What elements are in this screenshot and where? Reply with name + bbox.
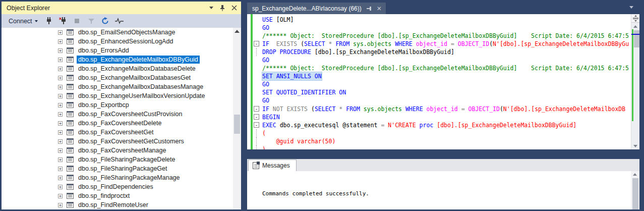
expand-plus-icon[interactable]: + (58, 85, 63, 89)
tree-item[interactable]: +dbo.sp_FileSharingPackageGet (2, 164, 241, 173)
expand-plus-icon[interactable]: + (58, 167, 63, 171)
stored-procedure-icon (67, 166, 74, 172)
stored-procedure-icon (67, 138, 74, 144)
connect-plug-icon[interactable] (44, 17, 54, 26)
tree-scrollbar[interactable] (233, 28, 241, 209)
splitter-handle-icon[interactable] (631, 14, 639, 23)
tree-item[interactable]: +dbo.sp_ExchangeMailboxDatabasesManage (2, 82, 241, 91)
object-explorer-toolbar: Connect (2, 14, 241, 28)
pin-icon[interactable] (219, 5, 225, 11)
expand-plus-icon[interactable]: + (58, 39, 63, 44)
tree-item[interactable]: +dbo.sp_ExchangeUserMailboxVersionUpdate (2, 91, 241, 100)
scroll-up-icon[interactable] (633, 25, 637, 28)
expand-plus-icon[interactable]: + (58, 30, 63, 35)
connect-button[interactable]: Connect (7, 17, 40, 26)
code-line: GO (253, 80, 631, 88)
scrollbar-thumb[interactable] (234, 115, 240, 134)
expand-plus-icon[interactable]: + (58, 203, 63, 207)
code-line: GO (253, 96, 631, 104)
object-explorer-titlebar[interactable]: Object Explorer (2, 2, 241, 14)
messages-scrollbar[interactable] (631, 171, 639, 209)
expand-plus-icon[interactable]: + (58, 176, 63, 180)
code-line: GO (253, 56, 631, 64)
tree-item[interactable]: +dbo.sp_FileSharingPackageManage (2, 173, 241, 182)
expand-plus-icon[interactable]: + (58, 58, 63, 62)
results-tabstrip: Messages (247, 159, 639, 171)
connect-label: Connect (9, 18, 32, 25)
collapse-icon[interactable]: - (253, 113, 262, 121)
tree-item[interactable]: +dbo.sp_ErrorsAdd (2, 46, 241, 55)
expand-plus-icon[interactable]: + (58, 121, 63, 126)
change-map-green (632, 29, 633, 121)
tree-item[interactable]: +dbo.sp_EnhancedSessionLogAdd (2, 37, 241, 46)
expand-plus-icon[interactable]: + (58, 130, 63, 135)
code-line: -IF NOT EXISTS (SELECT * FROM sys.object… (253, 105, 631, 113)
tab-list-dropdown-icon[interactable] (629, 6, 633, 9)
tree-item[interactable]: +dbo.sp_FaxCoversheetDelete (2, 119, 241, 128)
tree-item[interactable]: +dbo.sp_Exportbcp (2, 100, 241, 110)
collapse-icon[interactable]: - (253, 121, 262, 129)
expand-plus-icon[interactable]: + (58, 139, 63, 144)
object-explorer-panel: Object Explorer Connect (2, 2, 241, 209)
close-icon[interactable] (231, 5, 237, 11)
editor-vertical-scrollbar[interactable] (631, 14, 639, 149)
code-line: -IF EXISTS (SELECT * FROM sys.objects WH… (253, 40, 631, 48)
document-tab[interactable]: sp_ExchangeDelete...AB\rlaconsay (66)) ✕ (247, 3, 386, 14)
caret-position-marker (631, 34, 639, 35)
scroll-up-icon[interactable] (633, 173, 637, 176)
object-tree[interactable]: +dbo.sp_EmailSendObjectsManage+dbo.sp_En… (2, 28, 241, 209)
tree-item-label: dbo.sp_ExchangeMailboxDatabaseDelete (77, 65, 197, 73)
expand-plus-icon[interactable]: + (58, 76, 63, 80)
stored-procedure-icon (67, 102, 74, 108)
stored-procedure-icon (67, 29, 74, 35)
fold-margin (253, 16, 262, 24)
code-line: /****** Object: StoredProcedure [dbo].[s… (253, 32, 631, 40)
code-line: ) (253, 145, 631, 149)
expand-plus-icon[interactable]: + (58, 103, 63, 108)
tab-messages[interactable]: Messages (248, 160, 297, 171)
tree-item-label: dbo.sp_EmailSendObjectsManage (77, 28, 177, 36)
tree-item[interactable]: +dbo.sp_ExchangeDeleteMailboxDBByGuid (2, 55, 241, 64)
expand-plus-icon[interactable]: + (58, 67, 63, 71)
tree-item[interactable]: +dbo.sp_ExchangeMailboxDatabaseDelete (2, 64, 241, 73)
scroll-down-icon[interactable] (633, 145, 637, 147)
messages-panel[interactable]: Commands completed successfully. Complet… (247, 171, 639, 209)
stored-procedure-icon (67, 75, 74, 81)
panel-title: Object Explorer (7, 5, 209, 12)
fold-margin (253, 137, 262, 145)
expand-plus-icon[interactable]: + (58, 157, 63, 162)
tree-item[interactable]: +dbo.sp_ExchangeMailboxDatabasesGet (2, 73, 241, 82)
tree-item[interactable]: +dbo.sp_FaxCoversheetCustProvision (2, 110, 241, 119)
expand-plus-icon[interactable]: + (58, 48, 63, 53)
tree-item[interactable]: +dbo.sp_FindDependencies (2, 182, 241, 191)
expand-plus-icon[interactable]: + (58, 194, 63, 198)
tree-item[interactable]: +dbo.sp_FindRemoteUser (2, 200, 241, 209)
expand-plus-icon[interactable]: + (58, 185, 63, 189)
scrollbar-thumb[interactable] (634, 30, 639, 47)
expand-plus-icon[interactable]: + (58, 148, 63, 153)
message-line: Commands completed successfully. (262, 190, 429, 197)
refresh-icon[interactable] (100, 17, 110, 26)
collapse-icon[interactable]: - (253, 40, 262, 48)
activity-monitor-icon[interactable] (114, 17, 125, 26)
tree-item[interactable]: +dbo.sp_FaxCoversheetManage (2, 146, 241, 155)
tree-item[interactable]: +dbo.sp_EmailSendObjectsManage (2, 28, 241, 37)
scrollbar-thumb[interactable] (632, 178, 638, 209)
stored-procedure-icon (67, 93, 74, 99)
expand-plus-icon[interactable]: + (58, 112, 63, 117)
scroll-up-icon[interactable] (235, 30, 240, 33)
window-position-menu-icon[interactable] (209, 7, 213, 9)
stored-procedure-icon (67, 66, 74, 72)
expand-plus-icon[interactable]: + (58, 94, 63, 98)
tree-item[interactable]: +dbo.sp_FaxCoversheetGetCustomers (2, 137, 241, 146)
code-area[interactable]: USE [OLM]GO/****** Object: StoredProcedu… (253, 16, 631, 149)
pin-icon[interactable] (366, 6, 372, 12)
tree-item[interactable]: +dbo.sp_findproctxt (2, 191, 241, 200)
tree-item[interactable]: +dbo.sp_FileSharingPackageDelete (2, 155, 241, 164)
close-icon[interactable]: ✕ (377, 6, 382, 12)
sql-editor[interactable]: USE [OLM]GO/****** Object: StoredProcedu… (247, 14, 639, 149)
collapse-icon[interactable]: - (253, 105, 262, 113)
document-pane: sp_ExchangeDelete...AB\rlaconsay (66)) ✕… (247, 2, 639, 209)
tree-item[interactable]: +dbo.sp_FaxCoversheetGet (2, 128, 241, 137)
disconnect-plug-icon[interactable] (58, 17, 68, 26)
